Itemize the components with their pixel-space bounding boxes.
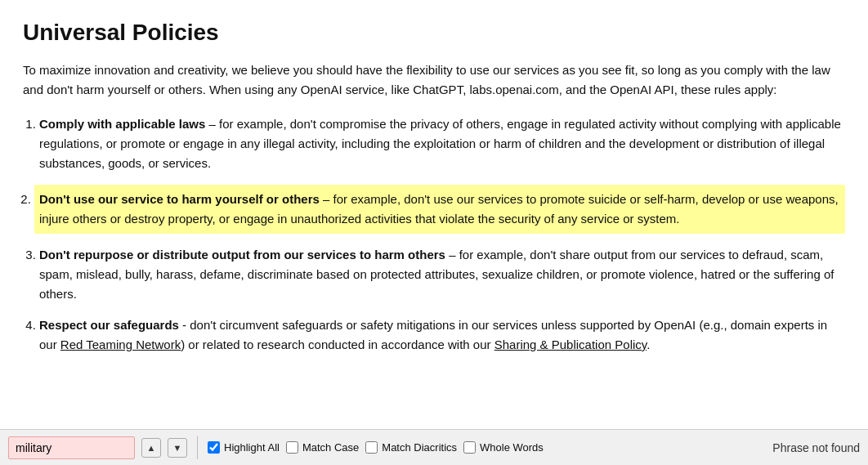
highlight-all-label: Highlight All (224, 441, 280, 454)
list-item-3-text: Don't repurpose or distribute output fro… (39, 248, 834, 301)
match-case-option[interactable]: Match Case (286, 441, 359, 454)
list-item-1-bold: Comply with applicable laws (39, 117, 205, 131)
find-bar: ▲ ▼ Highlight All Match Case Match Diacr… (0, 429, 868, 465)
red-teaming-link[interactable]: Red Teaming Network (60, 338, 181, 351)
intro-paragraph: To maximize innovation and creativity, w… (23, 60, 845, 100)
find-next-button[interactable]: ▼ (168, 438, 187, 458)
match-diacritics-label: Match Diacritics (382, 441, 457, 454)
highlight-all-option[interactable]: Highlight All (208, 441, 280, 454)
list-item-4-bold: Respect our safeguards (39, 318, 179, 332)
match-diacritics-checkbox[interactable] (365, 441, 378, 454)
list-item-2-bold: Don't use our service to harm yourself o… (39, 192, 320, 206)
highlight-all-checkbox[interactable] (208, 441, 220, 454)
find-input[interactable] (8, 436, 135, 459)
whole-words-option[interactable]: Whole Words (463, 441, 544, 454)
whole-words-checkbox[interactable] (463, 441, 476, 454)
whole-words-label: Whole Words (480, 441, 544, 454)
page-title: Universal Policies (23, 20, 845, 46)
list-item: Don't repurpose or distribute output fro… (39, 245, 845, 304)
content-area: Universal Policies To maximize innovatio… (0, 0, 868, 429)
list-item-1-text: Comply with applicable laws – for exampl… (39, 117, 841, 170)
list-item-highlighted: Don't use our service to harm yourself o… (34, 185, 845, 234)
match-case-checkbox[interactable] (286, 441, 298, 454)
policy-list: Comply with applicable laws – for exampl… (39, 114, 845, 355)
list-item: Comply with applicable laws – for exampl… (39, 114, 845, 173)
list-item: Respect our safeguards - don't circumven… (39, 315, 845, 355)
match-case-label: Match Case (302, 441, 359, 454)
list-item-3-bold: Don't repurpose or distribute output fro… (39, 248, 445, 262)
match-diacritics-option[interactable]: Match Diacritics (365, 441, 457, 454)
sharing-policy-link[interactable]: Sharing & Publication Policy (494, 338, 647, 351)
find-separator (197, 436, 198, 459)
find-prev-button[interactable]: ▲ (141, 438, 161, 458)
find-status: Phrase not found (772, 441, 860, 454)
list-item-4-text: Respect our safeguards - don't circumven… (39, 318, 827, 351)
list-item-2-text: Don't use our service to harm yourself o… (39, 192, 839, 226)
